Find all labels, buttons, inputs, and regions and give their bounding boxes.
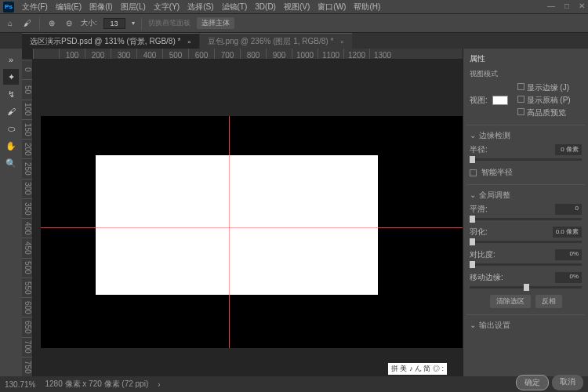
shift-slider[interactable] bbox=[470, 286, 582, 289]
global-adjust-label: ⌄全局调整 bbox=[470, 190, 582, 201]
contrast-label: 对比度: bbox=[470, 249, 495, 260]
radius-slider[interactable] bbox=[470, 158, 582, 161]
invert-button[interactable]: 反相 bbox=[535, 295, 562, 308]
hq-preview-label: 高品质预览 bbox=[527, 108, 566, 117]
guide-horizontal[interactable] bbox=[41, 227, 463, 228]
toolopt-hint: 切换画笔面板 bbox=[148, 18, 191, 28]
contrast-slider[interactable] bbox=[470, 263, 582, 266]
window-minimize[interactable]: — bbox=[547, 2, 555, 10]
document-tab-2[interactable]: 豆包.png @ 236% (图层 1, RGB/8) * × bbox=[200, 33, 352, 49]
document-dimensions: 1280 像素 x 720 像素 (72 ppi) bbox=[45, 379, 148, 390]
ruler-vertical: 0501001502002503003504004505005506006507… bbox=[22, 60, 33, 376]
menu-filter[interactable]: 滤镜(T) bbox=[222, 2, 248, 13]
radius-label: 半径: bbox=[470, 144, 488, 155]
lasso-tool[interactable]: ⬭ bbox=[3, 121, 19, 136]
menu-type[interactable]: 文字(Y) bbox=[154, 2, 180, 13]
guide-vertical[interactable] bbox=[229, 116, 230, 348]
canvas-selection[interactable] bbox=[96, 155, 378, 295]
brush-size-input[interactable] bbox=[103, 18, 125, 29]
menu-file[interactable]: 文件(F) bbox=[22, 2, 48, 13]
shift-value[interactable]: 0% bbox=[555, 272, 582, 283]
feather-value[interactable]: 0.0 像素 bbox=[553, 227, 582, 238]
shift-label: 移动边缘: bbox=[470, 272, 503, 283]
menu-edit[interactable]: 编辑(E) bbox=[56, 2, 82, 13]
canvas-background bbox=[41, 116, 463, 348]
app-icon: Ps bbox=[3, 2, 14, 13]
select-subject-button[interactable]: 选择主体 bbox=[197, 17, 234, 29]
brush-tool[interactable]: 🖌 bbox=[3, 103, 19, 119]
window-maximize[interactable]: □ bbox=[564, 2, 569, 10]
brush-icon[interactable]: 🖌 bbox=[22, 18, 33, 29]
tab-close-icon[interactable]: × bbox=[187, 38, 191, 45]
panel-title: 属性 bbox=[470, 53, 582, 64]
menu-layer[interactable]: 图层(L) bbox=[121, 2, 146, 13]
ruler-horizontal: 1002003004005006007008009001000110012001… bbox=[33, 49, 463, 60]
output-settings-label: ⌄输出设置 bbox=[470, 320, 582, 331]
document-tab-1[interactable]: 选区演示PSD.psd @ 131% (背景, RGB/8) * × bbox=[22, 33, 199, 49]
view-swatch[interactable] bbox=[492, 96, 508, 105]
menu-window[interactable]: 窗口(W) bbox=[318, 2, 346, 13]
zoom-level[interactable]: 130.71% bbox=[5, 380, 35, 389]
show-orig-checkbox[interactable] bbox=[517, 96, 524, 103]
show-orig-label: 显示原稿 (P) bbox=[527, 96, 571, 104]
smooth-value[interactable]: 0 bbox=[555, 204, 582, 215]
mode-add-icon[interactable]: ⊕ bbox=[46, 18, 57, 29]
menu-help[interactable]: 帮助(H) bbox=[354, 2, 380, 13]
refine-brush-tool[interactable]: ↯ bbox=[3, 86, 19, 102]
status-chevron-icon[interactable]: › bbox=[158, 380, 160, 389]
tab-label: 选区演示PSD.psd @ 131% (背景, RGB/8) * bbox=[30, 37, 180, 45]
menu-select[interactable]: 选择(S) bbox=[187, 2, 213, 13]
radius-value[interactable]: 0 像素 bbox=[555, 144, 582, 155]
show-edge-label: 显示边缘 (J) bbox=[527, 83, 569, 92]
quick-select-tool[interactable]: ✦ bbox=[3, 69, 19, 85]
smooth-slider[interactable] bbox=[470, 218, 582, 220]
tab-label: 豆包.png @ 236% (图层 1, RGB/8) * bbox=[208, 37, 334, 45]
contrast-value[interactable]: 0% bbox=[555, 249, 582, 260]
tab-close-icon[interactable]: × bbox=[340, 38, 344, 45]
hq-preview-checkbox[interactable] bbox=[517, 108, 524, 115]
feather-label: 羽化: bbox=[470, 227, 488, 238]
hand-tool[interactable]: ✋ bbox=[3, 138, 19, 154]
feather-slider[interactable] bbox=[470, 241, 582, 243]
smart-radius-checkbox[interactable] bbox=[470, 169, 477, 176]
clear-selection-button[interactable]: 清除选区 bbox=[490, 295, 531, 308]
smooth-label: 平滑: bbox=[470, 204, 488, 215]
cancel-button[interactable]: 取消 bbox=[552, 375, 583, 390]
view-mode-label: 视图模式 bbox=[470, 69, 582, 79]
menu-image[interactable]: 图像(I) bbox=[89, 2, 112, 13]
tool-expand-icon[interactable]: » bbox=[3, 52, 19, 67]
home-icon[interactable]: ⌂ bbox=[5, 18, 16, 29]
smart-radius-label: 智能半径 bbox=[481, 167, 513, 178]
ime-watermark: 拼 美 ♪ ん 简 ◎ : bbox=[388, 363, 447, 375]
size-label: 大小: bbox=[81, 18, 97, 28]
zoom-tool[interactable]: 🔍 bbox=[3, 155, 19, 171]
ok-button[interactable]: 确定 bbox=[516, 375, 549, 390]
menu-3d[interactable]: 3D(D) bbox=[255, 2, 276, 11]
edge-detect-label: ⌄边缘检测 bbox=[470, 130, 582, 141]
show-edge-checkbox[interactable] bbox=[517, 83, 524, 90]
mode-sub-icon[interactable]: ⊖ bbox=[64, 18, 74, 29]
menu-view[interactable]: 视图(V) bbox=[284, 2, 310, 13]
view-label: 视图: bbox=[470, 95, 488, 106]
window-close[interactable]: ✕ bbox=[579, 2, 585, 10]
